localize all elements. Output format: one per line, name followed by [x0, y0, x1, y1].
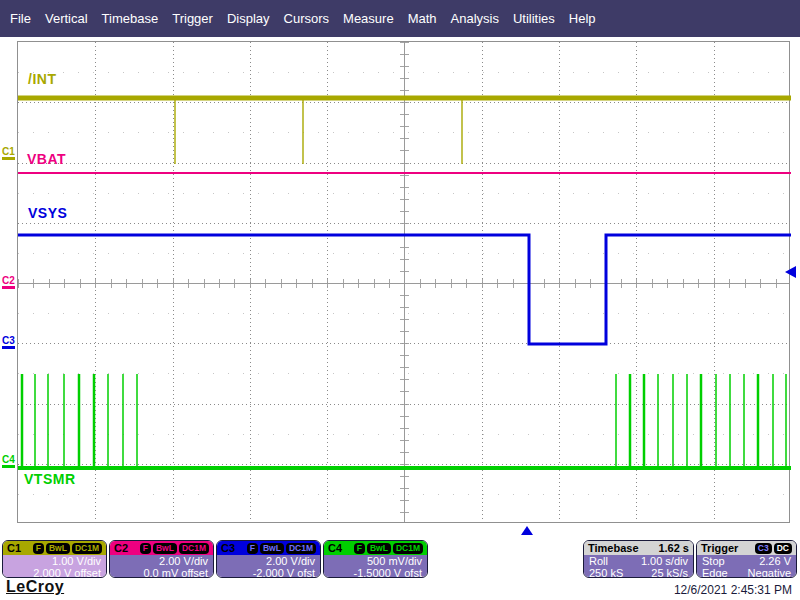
channel-box-c4[interactable]: C4 F BwL DC1M 500 mV/div -1.5000 V ofst: [323, 540, 428, 578]
c2-badge-dc1m: DC1M: [179, 543, 209, 554]
timebase-rate: 25 kS/s: [651, 567, 688, 578]
menu-bar: File Vertical Timebase Trigger Display C…: [0, 0, 800, 37]
channel-box-c1[interactable]: C1 F BwL DC1M 1.00 V/div 2.000 V offset: [2, 540, 107, 578]
menu-analysis[interactable]: Analysis: [451, 11, 499, 26]
c1-badge-f: F: [33, 543, 44, 554]
channel-box-c2[interactable]: C2 F BwL DC1M 2.00 V/div 0.0 mV offset: [109, 540, 214, 578]
c3-badge-dc1m: DC1M: [286, 543, 316, 554]
timebase-title: Timebase: [588, 542, 639, 554]
trigger-level-marker[interactable]: [785, 266, 796, 278]
menu-help[interactable]: Help: [569, 11, 596, 26]
channel-marker-c3[interactable]: C3: [2, 336, 16, 349]
c4-vdiv: 500 mV/div: [329, 555, 422, 567]
waveform-traces: [18, 42, 791, 524]
c2-vdiv: 2.00 V/div: [115, 555, 208, 567]
menu-math[interactable]: Math: [408, 11, 437, 26]
channel-marker-c2[interactable]: C2: [2, 276, 16, 289]
c2-badge-bwl: BwL: [153, 543, 177, 554]
trace-label-vsys: VSYS: [28, 205, 67, 221]
c4-label: C4: [328, 542, 342, 554]
c3-badge-bwl: BwL: [260, 543, 284, 554]
channel-marker-c1[interactable]: C1: [2, 147, 16, 160]
timebase-samples: 250 kS: [589, 567, 623, 578]
datetime-display: 12/6/2021 2:45:31 PM: [674, 583, 792, 597]
menu-utilities[interactable]: Utilities: [513, 11, 555, 26]
trigger-source-badge: C3: [755, 543, 772, 554]
c1-badge-bwl: BwL: [46, 543, 70, 554]
c3-label: C3: [221, 542, 235, 554]
timebase-mode: Roll: [589, 555, 608, 567]
c2-badge-f: F: [140, 543, 151, 554]
c2-offset: 0.0 mV offset: [115, 567, 208, 578]
c1-offset: 2.000 V offset: [8, 567, 101, 578]
menu-file[interactable]: File: [10, 11, 31, 26]
trigger-time-marker[interactable]: [521, 526, 533, 535]
trigger-slope: Negative: [748, 567, 791, 578]
menu-measure[interactable]: Measure: [343, 11, 394, 26]
waveform-grid: [17, 41, 790, 523]
trigger-type: Edge: [702, 567, 728, 578]
trigger-title: Trigger: [701, 542, 738, 554]
channel-box-c3[interactable]: C3 F BwL DC1M 2.00 V/div -2.000 V ofst: [216, 540, 321, 578]
timebase-value: 1.62 s: [658, 542, 689, 554]
c1-badge-dc1m: DC1M: [72, 543, 102, 554]
trace-label-vbat: VBAT: [27, 151, 66, 167]
trace-label-vtsmr: VTSMR: [24, 471, 76, 487]
c4-badge-f: F: [354, 543, 365, 554]
trigger-coupling-badge: DC: [774, 543, 792, 554]
c3-vdiv: 2.00 V/div: [222, 555, 315, 567]
menu-vertical[interactable]: Vertical: [45, 11, 88, 26]
menu-timebase[interactable]: Timebase: [102, 11, 159, 26]
c2-label: C2: [114, 542, 128, 554]
c1-label: C1: [7, 542, 21, 554]
trigger-mode: Stop: [702, 555, 725, 567]
menu-cursors[interactable]: Cursors: [284, 11, 330, 26]
c1-vdiv: 1.00 V/div: [8, 555, 101, 567]
c4-badge-bwl: BwL: [367, 543, 391, 554]
menu-display[interactable]: Display: [227, 11, 270, 26]
c4-offset: -1.5000 V ofst: [329, 567, 422, 578]
c4-badge-dc1m: DC1M: [393, 543, 423, 554]
trigger-box[interactable]: Trigger C3 DC Stop2.26 V EdgeNegative: [696, 540, 797, 578]
timebase-box[interactable]: Timebase 1.62 s Roll1.00 s/div 250 kS25 …: [583, 540, 694, 578]
c3-offset: -2.000 V ofst: [222, 567, 315, 578]
lecroy-logo: LeCroy: [6, 578, 64, 596]
channel-marker-c4[interactable]: C4: [2, 455, 16, 468]
c3-badge-f: F: [247, 543, 258, 554]
trace-label-int: /INT: [28, 71, 56, 87]
timebase-scale: 1.00 s/div: [641, 555, 688, 567]
menu-trigger[interactable]: Trigger: [172, 11, 213, 26]
trigger-level: 2.26 V: [759, 555, 791, 567]
